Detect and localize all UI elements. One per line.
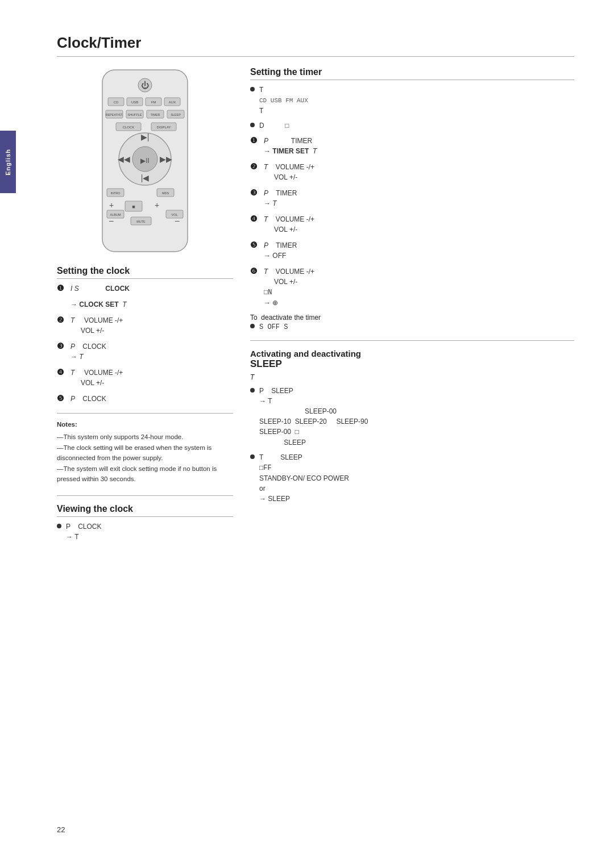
svg-text:▶▶: ▶▶ [160, 155, 172, 164]
setting-timer-section: Setting the timer T CD USB FM AUX T D [250, 67, 574, 332]
page-title: Clock/Timer [57, 34, 574, 57]
bullet-dot [57, 524, 61, 528]
svg-text:REPEAT/ST.: REPEAT/ST. [105, 113, 123, 116]
note-2: —The clock setting will be erased when t… [57, 443, 233, 464]
step-5: ❺ P CLOCK [57, 394, 233, 404]
remote-svg: ⏻ CD USB FM AUX REPEAT/ST. SHUFFLE [91, 67, 199, 254]
svg-text:AUX: AUX [169, 101, 176, 104]
deactivate-note: To deactivate the timer [250, 314, 574, 322]
page-container: English 22 Clock/Timer ⏻ CD [0, 0, 614, 868]
svg-text:SLEEP: SLEEP [171, 113, 181, 116]
sleep-intro: T [250, 373, 574, 381]
timer-step-4: ❹ T VOLUME -/+ VOL +/- [250, 214, 574, 235]
right-column: Setting the timer T CD USB FM AUX T D [250, 67, 574, 508]
notes-title: Notes: [57, 419, 233, 429]
svg-text:+: + [109, 201, 114, 210]
svg-text:–: – [109, 216, 114, 225]
svg-text:|◀: |◀ [141, 173, 150, 182]
left-column: ⏻ CD USB FM AUX REPEAT/ST. SHUFFLE [57, 67, 233, 546]
step-1-content: I S CLOCK [70, 283, 130, 294]
step-4: ❹ T VOLUME -/+ VOL +/- [57, 368, 233, 388]
svg-text:–: – [175, 216, 180, 225]
svg-text:⏻: ⏻ [141, 81, 149, 90]
svg-text:USB: USB [131, 101, 138, 104]
setting-timer-title: Setting the timer [250, 67, 574, 80]
notes-section: Notes: —This system only supports 24-hou… [57, 413, 233, 484]
svg-text:CD: CD [114, 101, 119, 104]
svg-text:DISPLAY: DISPLAY [157, 126, 171, 129]
svg-text:TIMER: TIMER [150, 113, 160, 116]
svg-text:FM: FM [151, 101, 156, 104]
sleep-bullet-2: T SLEEP □FF STANDBY-ON/ ECO POWER or → S… [250, 452, 574, 504]
bullet-dot-s1 [250, 388, 255, 393]
timer-step-5: ❺ P TIMER → OFF [250, 240, 574, 261]
svg-text:■: ■ [132, 204, 135, 210]
timer-step-1: ❶ P TIMER → TIMER SET T [250, 136, 574, 156]
setting-clock-title: Setting the clock [57, 266, 233, 279]
svg-text:+: + [155, 201, 159, 210]
svg-text:◀◀: ◀◀ [118, 155, 130, 164]
divider-1 [57, 495, 233, 496]
svg-text:SHUFFLE: SHUFFLE [127, 113, 142, 116]
svg-text:CLOCK: CLOCK [123, 126, 135, 129]
step-1-arrow: → CLOCK SET T [70, 299, 233, 310]
step-3: ❸ P CLOCK → T [57, 341, 233, 362]
main-content: ⏻ CD USB FM AUX REPEAT/ST. SHUFFLE [57, 67, 574, 546]
sleep-subtitle: SLEEP [250, 358, 574, 370]
viewing-clock-section: Viewing the clock P CLOCK → T [57, 504, 233, 542]
bullet-dot-d [250, 324, 255, 328]
svg-text:▶|: ▶| [141, 132, 150, 141]
bullet-dot-t2 [250, 123, 255, 127]
svg-text:INTRO: INTRO [110, 191, 121, 195]
timer-bullet-1: T CD USB FM AUX T [250, 85, 574, 116]
bullet-dot-t1 [250, 87, 255, 91]
page-number: 22 [57, 825, 65, 834]
step-1: ❶ I S CLOCK [57, 283, 233, 294]
divider-sleep [250, 340, 574, 341]
viewing-bullet: P CLOCK → T [57, 521, 233, 542]
sleep-section-title: Activating and deactivating SLEEP [250, 349, 574, 370]
timer-step-3: ❸ P TIMER → T [250, 188, 574, 208]
svg-text:▶II: ▶II [140, 157, 150, 165]
sleep-bullet-1: P SLEEP → T SLEEP-00 SLEEP-10 SLEEP-20 S… [250, 386, 574, 448]
timer-step-2: ❷ T VOLUME -/+ VOL +/- [250, 162, 574, 182]
language-tab: English [0, 131, 16, 193]
svg-text:MDS: MDS [162, 191, 169, 195]
step-num-1: ❶ [57, 283, 67, 293]
timer-step-6: ❻ T VOLUME -/+ VOL +/- □N → ⊕ [250, 266, 574, 308]
language-tab-label: English [5, 149, 11, 176]
timer-bullet-2: D □ [250, 120, 574, 131]
note-3: —The system will exit clock setting mode… [57, 464, 233, 485]
sleep-section: Activating and deactivating SLEEP T P SL… [250, 349, 574, 504]
bullet-dot-s2 [250, 454, 255, 459]
deactivate-step: S OFF S [250, 322, 574, 332]
step-2: ❷ T VOLUME -/+ VOL +/- [57, 315, 233, 336]
setting-clock-section: Setting the clock ❶ I S CLOCK → CLOCK SE… [57, 266, 233, 484]
remote-illustration: ⏻ CD USB FM AUX REPEAT/ST. SHUFFLE [57, 67, 233, 254]
svg-text:MUTE: MUTE [136, 220, 146, 223]
viewing-clock-title: Viewing the clock [57, 504, 233, 517]
note-1: —This system only supports 24-hour mode. [57, 432, 233, 442]
